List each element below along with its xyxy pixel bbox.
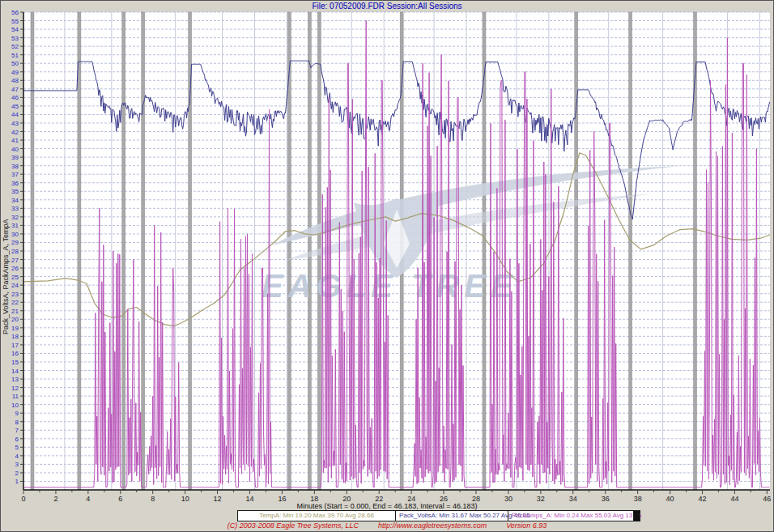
session-marker (189, 12, 192, 490)
chart-plot[interactable]: EAGLE TREE 12345678910111213141516171819… (1, 1, 774, 532)
y-tick-label: 10 (11, 402, 19, 409)
y-tick-label: 15 (11, 359, 19, 366)
y-tick-label: 46 (11, 94, 19, 101)
y-tick-label: 14 (11, 368, 19, 375)
y-tick-label: 30 (11, 231, 19, 238)
y-tick-label: 50 (11, 60, 19, 67)
y-tick-label: 51 (11, 52, 19, 59)
y-tick-label: 44 (11, 111, 19, 118)
session-marker (122, 12, 125, 490)
y-tick-label: 23 (11, 291, 19, 298)
y-tick-label: 9 (15, 410, 19, 417)
y-tick-label: 40 (11, 146, 19, 153)
y-tick-label: 21 (11, 308, 19, 315)
y-tick-label: 27 (11, 257, 19, 264)
y-tick-label: 33 (11, 205, 19, 212)
y-tick-label: 38 (11, 163, 19, 170)
y-tick-label: 7 (15, 427, 19, 434)
y-tick-label: 48 (11, 77, 19, 84)
legend-item-packamps-a: PackAmps_A: Min 0.24 Max 55.03 Avg 13.36 (508, 511, 634, 521)
y-tick-label: 56 (11, 9, 19, 16)
session-marker (694, 12, 697, 490)
y-tick-label: 1 (15, 478, 19, 485)
y-tick-label: 43 (11, 120, 19, 127)
y-tick-label: 24 (11, 282, 19, 289)
y-tick-label: 31 (11, 222, 19, 229)
y-tick-label: 18 (11, 333, 19, 340)
y-tick-label: 20 (11, 316, 19, 323)
y-tick-label: 47 (11, 86, 19, 93)
copyright-text: (C) 2003-2008 Eagle Tree Systems, LLC (228, 521, 359, 530)
y-tick-label: 6 (15, 436, 19, 443)
y-tick-label: 35 (11, 188, 19, 195)
eagle-tree-chart-window: File: 07052009.FDR Session:All Sessions … (0, 0, 774, 532)
legend-end-block (634, 511, 640, 521)
y-tick-label: 52 (11, 43, 19, 50)
y-tick-label: 22 (11, 299, 19, 306)
y-tick-label: 16 (11, 350, 19, 357)
y-tick-label: 13 (11, 376, 19, 383)
session-marker (78, 12, 81, 490)
session-marker (308, 12, 311, 490)
watermark-text: EAGLE TREE (262, 268, 517, 304)
y-tick-label: 25 (11, 274, 19, 281)
session-marker (31, 12, 34, 490)
y-tick-label: 12 (11, 385, 19, 392)
y-tick-label: 29 (11, 239, 19, 246)
y-tick-label: 53 (11, 35, 19, 42)
y-tick-label: 36 (11, 180, 19, 187)
y-tick-label: 55 (11, 18, 19, 25)
y-tick-label: 17 (11, 342, 19, 349)
session-marker (629, 12, 632, 490)
legend-item-tempa: TempA: Min 19.20 Max 39.70 Avg 28.66 (238, 511, 396, 521)
y-tick-label: 11 (12, 393, 19, 400)
footer: (C) 2003-2008 Eagle Tree Systems, LLChtt… (1, 521, 773, 530)
session-marker (575, 12, 578, 490)
y-tick-label: 4 (15, 453, 19, 460)
y-tick-label: 8 (15, 419, 19, 426)
legend-item-pack-voltsa: Pack_VoltsA: Min 31.67 Max 50.27 Avg 45.… (396, 511, 508, 521)
y-tick-label: 39 (11, 154, 19, 161)
y-tick-label: 5 (15, 444, 19, 451)
session-marker (142, 12, 145, 490)
y-tick-label: 32 (11, 214, 19, 221)
y-tick-label: 19 (11, 325, 19, 332)
y-tick-label: 54 (11, 26, 19, 33)
y-tick-label: 34 (11, 197, 19, 204)
y-tick-label: 2 (15, 470, 19, 477)
y-tick-label: 37 (11, 171, 19, 178)
legend-bar: TempA: Min 19.20 Max 39.70 Avg 28.66 Pac… (237, 510, 640, 521)
x-axis-title: Minutes (Start = 0.000, End = 46.183, In… (1, 502, 773, 510)
y-tick-label: 45 (11, 103, 19, 110)
y-tick-label: 26 (11, 265, 19, 272)
y-tick-label: 3 (15, 461, 19, 468)
website-link[interactable]: http://www.eagletreesystems.com (378, 521, 487, 530)
y-tick-label: 49 (11, 69, 19, 76)
y-tick-label: 28 (11, 248, 19, 255)
version-text: Version 6.93 (506, 521, 546, 530)
y-tick-label: 41 (11, 137, 19, 144)
y-tick-label: 42 (11, 129, 19, 136)
y-axis-title: Pack_VoltsA, PackAmps_A, TempA (2, 219, 10, 334)
